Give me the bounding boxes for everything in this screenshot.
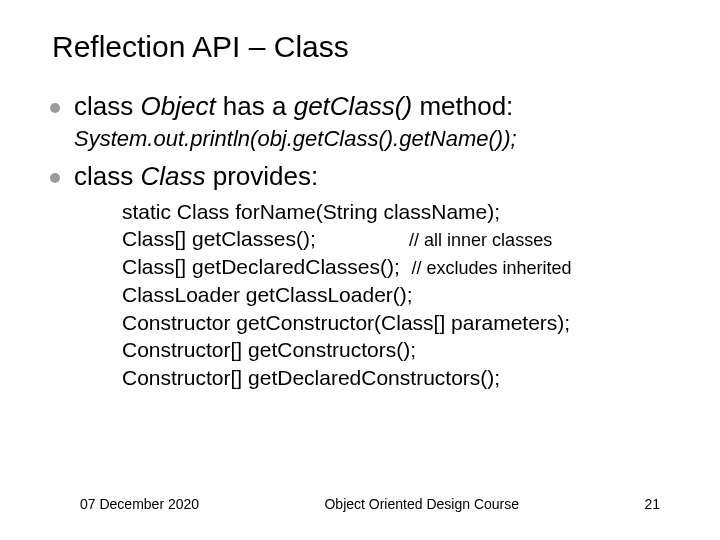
code-comment: // excludes inherited <box>411 258 571 278</box>
text-span: method: <box>412 91 513 121</box>
bullet-text-2: class Class provides: <box>74 160 318 194</box>
code-line: ClassLoader getClassLoader(); <box>122 281 672 309</box>
code-line: Class[] getDeclaredClasses(); // exclude… <box>122 253 672 281</box>
code-text: Class[] getClasses(); <box>122 227 316 250</box>
code-line: Constructor getConstructor(Class[] param… <box>122 309 672 337</box>
footer-date: 07 December 2020 <box>80 496 199 512</box>
code-line: Constructor[] getConstructors(); <box>122 336 672 364</box>
code-line: Class[] getClasses(); // all inner class… <box>122 225 672 253</box>
italic-text: Class <box>140 161 205 191</box>
bullet-icon <box>50 103 60 113</box>
bullet-text-1: class Object has a getClass() method: <box>74 90 513 124</box>
code-comment: // all inner classes <box>409 230 552 250</box>
text-span: class <box>74 161 140 191</box>
text-span: provides: <box>205 161 318 191</box>
code-text: Class[] getDeclaredClasses(); <box>122 255 400 278</box>
italic-text: Object <box>140 91 215 121</box>
code-line: Constructor[] getDeclaredConstructors(); <box>122 364 672 392</box>
text-span: has a <box>216 91 294 121</box>
footer-page-number: 21 <box>644 496 660 512</box>
bullet-icon <box>50 173 60 183</box>
bullet-item-2: class Class provides: <box>74 160 672 194</box>
italic-text: getClass() <box>294 91 412 121</box>
slide-title: Reflection API – Class <box>52 30 672 64</box>
code-block: static Class forName(String className); … <box>122 198 672 392</box>
code-line: static Class forName(String className); <box>122 198 672 226</box>
bullet-item-1: class Object has a getClass() method: <box>74 90 672 124</box>
example-code-line: System.out.println(obj.getClass().getNam… <box>74 126 672 152</box>
footer-course-title: Object Oriented Design Course <box>324 496 519 512</box>
text-span: class <box>74 91 140 121</box>
slide-footer: 07 December 2020 Object Oriented Design … <box>0 496 720 512</box>
